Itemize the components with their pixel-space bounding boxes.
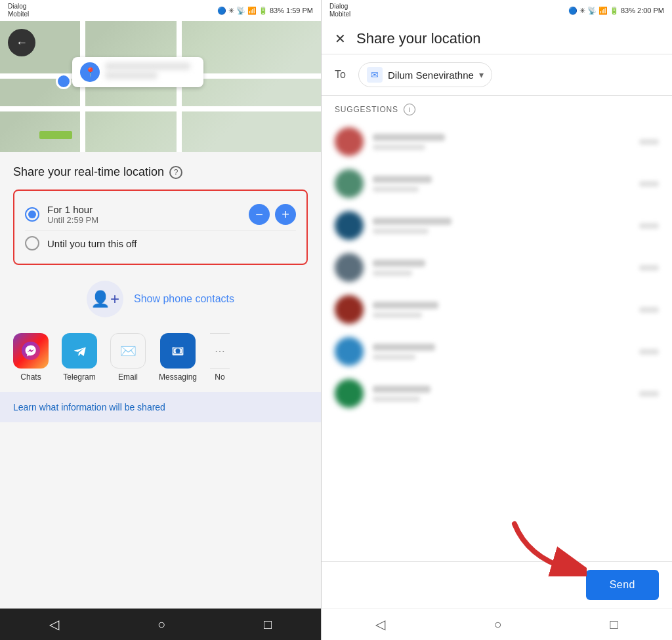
section-title: Share your real-time location ? — [13, 165, 308, 179]
contact-info-6 — [373, 344, 630, 360]
recent-nav-right[interactable]: □ — [610, 617, 618, 632]
show-contacts-label[interactable]: Show phone contacts — [134, 293, 234, 305]
header-title: Share your location — [356, 30, 481, 47]
contact-item-2[interactable] — [322, 163, 672, 205]
carrier-right: DialogMobitel — [329, 3, 350, 18]
messenger-icon — [13, 333, 49, 369]
option-1-hour[interactable]: For 1 hour Until 2:59 PM − + — [25, 199, 296, 230]
contact-info-2 — [373, 176, 630, 192]
carrier-left: DialogMobitel — [8, 3, 29, 18]
more-icon: ⋯ — [210, 333, 230, 369]
option-1-text: For 1 hour Until 2:59 PM — [47, 204, 249, 225]
to-label: To — [335, 69, 350, 81]
contact-info-5 — [373, 302, 630, 318]
app-chats[interactable]: Chats — [13, 333, 49, 382]
options-box: For 1 hour Until 2:59 PM − + Until you t… — [13, 190, 308, 265]
avatar-2 — [335, 169, 364, 198]
home-nav-right[interactable]: ○ — [494, 617, 501, 632]
app-telegram[interactable]: Telegram — [62, 333, 97, 382]
contact-extra-5 — [639, 307, 659, 313]
recipient-name: Dilum Senevirathne — [388, 70, 474, 81]
info-link-bar: Learn what information will be shared — [0, 392, 321, 422]
contact-extra-7 — [639, 391, 659, 397]
suggestions-info-icon[interactable]: i — [404, 104, 415, 115]
option-turn-off[interactable]: Until you turn this off — [25, 230, 296, 256]
avatar-5 — [335, 295, 364, 324]
to-row: To ✉ Dilum Senevirathne ▾ — [322, 54, 672, 96]
contact-info-3 — [373, 218, 630, 234]
email-icon: ✉️ — [110, 333, 146, 369]
recipient-chip[interactable]: ✉ Dilum Senevirathne ▾ — [358, 62, 492, 87]
option-2-text: Until you turn this off — [47, 238, 296, 249]
help-icon[interactable]: ? — [169, 166, 182, 179]
contact-name-4 — [373, 260, 425, 267]
avatar-6 — [335, 337, 364, 366]
contact-name-1 — [373, 134, 445, 141]
contact-name-7 — [373, 386, 430, 393]
location-card: 📍 — [72, 57, 203, 87]
recipient-chevron: ▾ — [479, 70, 484, 80]
contact-item-6[interactable] — [322, 330, 672, 372]
contact-item-5[interactable] — [322, 289, 672, 330]
app-telegram-label: Telegram — [63, 372, 95, 382]
radio-turn-off[interactable] — [25, 236, 39, 250]
suggestions-header: SUGGESTIONS i — [322, 96, 672, 121]
contact-info-1 — [373, 134, 630, 150]
contact-sub-5 — [373, 312, 422, 318]
contact-extra-2 — [639, 181, 659, 187]
avatar-7 — [335, 379, 364, 408]
status-bar-right: DialogMobitel 🔵 ✳ 📡 📶 🔋 83% 2:00 PM — [322, 0, 672, 21]
contact-sub-2 — [373, 186, 419, 192]
header-right: ✕ Share your location — [322, 21, 672, 54]
recent-nav-left[interactable]: □ — [264, 617, 272, 632]
info-link[interactable]: Learn what information will be shared — [13, 402, 165, 412]
telegram-icon — [62, 333, 97, 369]
status-icons-left: 🔵 ✳ 📡 📶 🔋 83% 1:59 PM — [217, 7, 313, 15]
contact-info-4 — [373, 260, 630, 276]
increase-hour-button[interactable]: + — [275, 204, 296, 225]
app-messaging[interactable]: Messaging — [159, 333, 197, 382]
contact-sub-4 — [373, 270, 412, 276]
app-more-label: No — [215, 372, 224, 382]
share-apps: Chats Telegram ✉️ Email — [13, 333, 308, 382]
contact-item-7[interactable] — [322, 372, 672, 414]
contact-extra-6 — [639, 349, 659, 355]
recipient-icon: ✉ — [367, 67, 383, 83]
back-button[interactable]: ← — [8, 29, 35, 56]
contact-sub-1 — [373, 144, 425, 150]
contact-info-7 — [373, 386, 630, 402]
map-area: ← 📍 — [0, 21, 321, 152]
avatar-1 — [335, 127, 364, 156]
decrease-hour-button[interactable]: − — [249, 204, 270, 225]
hour-controls: − + — [249, 204, 296, 225]
main-content: Share your real-time location ? For 1 ho… — [0, 152, 321, 609]
contact-name-3 — [373, 218, 452, 225]
send-button[interactable]: Send — [586, 570, 659, 600]
contact-item-4[interactable] — [322, 247, 672, 289]
back-nav-right[interactable]: ◁ — [375, 616, 385, 632]
contacts-list — [322, 121, 672, 561]
status-bar-left: DialogMobitel 🔵 ✳ 📡 📶 🔋 83% 1:59 PM — [0, 0, 321, 21]
app-more[interactable]: ⋯ No — [210, 333, 230, 382]
bottom-nav-left: ◁ ○ □ — [0, 609, 321, 640]
contacts-icon: 👤+ — [87, 281, 123, 317]
app-messaging-label: Messaging — [159, 372, 197, 382]
radio-1-hour[interactable] — [25, 207, 39, 222]
avatar-3 — [335, 211, 364, 240]
right-panel: DialogMobitel 🔵 ✳ 📡 📶 🔋 83% 2:00 PM ✕ Sh… — [322, 0, 672, 640]
contact-extra-3 — [639, 223, 659, 229]
app-email[interactable]: ✉️ Email — [110, 333, 146, 382]
app-chats-label: Chats — [20, 372, 41, 382]
back-nav-left[interactable]: ◁ — [49, 616, 59, 632]
app-email-label: Email — [118, 372, 138, 382]
contact-item-3[interactable] — [322, 205, 672, 247]
contact-name-2 — [373, 176, 432, 183]
contact-name-5 — [373, 302, 438, 309]
status-icons-right: 🔵 ✳ 📡 📶 🔋 83% 2:00 PM — [568, 7, 664, 15]
close-button[interactable]: ✕ — [335, 31, 346, 47]
contact-item-1[interactable] — [322, 121, 672, 163]
show-contacts-row[interactable]: 👤+ Show phone contacts — [13, 281, 308, 317]
contact-sub-6 — [373, 354, 415, 360]
option-1-sublabel: Until 2:59 PM — [47, 215, 249, 225]
home-nav-left[interactable]: ○ — [158, 617, 165, 632]
